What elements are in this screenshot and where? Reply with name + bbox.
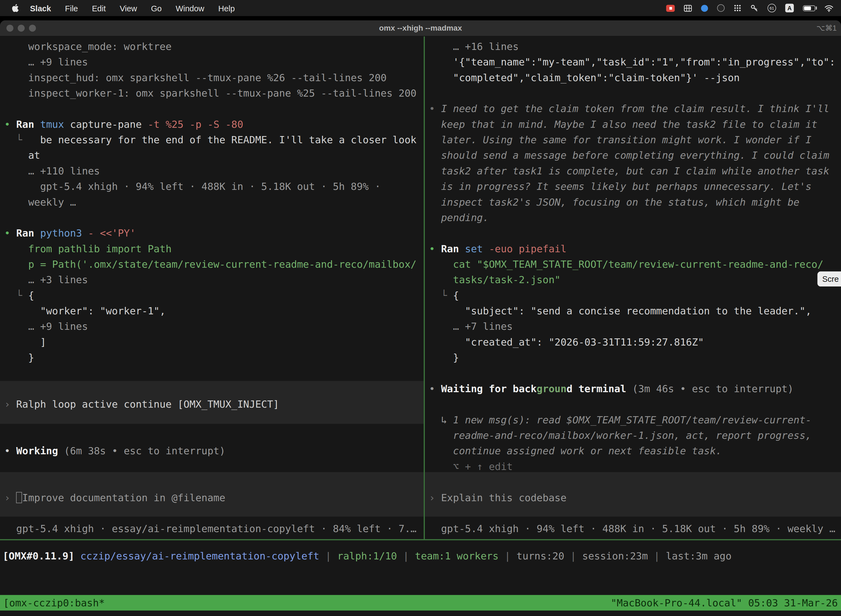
terminal-line: "subject": "send a concise recommendatio… <box>429 303 841 318</box>
terminal-line <box>429 85 841 101</box>
terminal-line: from pathlib import Path <box>4 241 424 257</box>
terminal-line: inspect_hud: omx sparkshell --tmux-pane … <box>4 70 424 85</box>
terminal-line: • Waiting for background terminal (3m 46… <box>429 381 841 396</box>
terminal-line: … +7 lines <box>429 319 841 334</box>
terminal-line <box>429 474 841 490</box>
dark-app-icon[interactable] <box>717 4 725 12</box>
terminal-line: workspace_mode: worktree <box>4 39 424 54</box>
terminal-line: [OMX#0.11.9] cczip/essay/ai-reimplementa… <box>3 549 841 564</box>
tmux-host-clock: "MacBook-Pro-44.local" 05:03 31-Mar-26 <box>611 595 838 610</box>
tmux-pane-left[interactable]: workspace_mode: worktree … +9 lines insp… <box>0 37 424 539</box>
terminal-line: inspect_worker-1: omx sparkshell --tmux-… <box>4 85 424 101</box>
menu-view[interactable]: View <box>113 4 144 13</box>
terminal-line: › Ralph loop active continue [OMX_TMUX_I… <box>4 397 424 412</box>
terminal-line: … +9 lines <box>4 319 424 334</box>
pane-left-lines: workspace_mode: worktree … +9 lines insp… <box>0 37 424 537</box>
menu-edit[interactable]: Edit <box>85 4 113 13</box>
terminal-line: '{"team_name":"my-team","task_id":"1","f… <box>429 54 841 70</box>
menu-window[interactable]: Window <box>168 4 211 13</box>
terminal-line: should send a message before completing … <box>429 148 841 163</box>
tmux-session-window: [omx-cczip0:bash* <box>3 595 105 610</box>
terminal-line: pending. <box>429 210 841 225</box>
terminal-line: └ be necessary for the end of the README… <box>4 132 424 147</box>
wifi-icon[interactable] <box>825 5 834 12</box>
terminal-line: ↳ 1 new msg(s): read $OMX_TEAM_STATE_ROO… <box>429 412 841 427</box>
menu-bar: Slack File Edit View Go Window Help 61 A <box>0 0 841 16</box>
terminal-line: later. Using the same for transition mig… <box>429 132 841 147</box>
key-icon[interactable] <box>750 4 759 12</box>
terminal-line <box>4 381 424 396</box>
terminal-line: "created_at": "2026-03-31T11:59:27.816Z" <box>429 334 841 350</box>
blue-app-icon[interactable] <box>701 5 708 12</box>
terminal-line: ⌥ + ↑ edit <box>429 459 841 474</box>
terminal-line <box>4 412 424 427</box>
tmux-status-bar: [omx-cczip0:bash* "MacBook-Pro-44.local"… <box>0 595 841 610</box>
terminal-line: ] <box>4 334 424 350</box>
terminal-line: • Working (6m 38s • esc to interrupt) <box>4 443 424 459</box>
menu-go[interactable]: Go <box>144 4 168 13</box>
terminal-line: weekly … <box>4 194 424 210</box>
terminal-line: inspect task2's JSON, focusing on the st… <box>429 194 841 210</box>
window-titlebar[interactable]: omx --xhigh --madmax ⌥⌘1 <box>0 21 841 37</box>
terminal-line: gpt-5.4 xhigh · 94% left · 488K in · 5.1… <box>429 521 841 537</box>
grid-icon[interactable] <box>684 5 692 12</box>
omx-hud-line: [OMX#0.11.9] cczip/essay/ai-reimplementa… <box>0 549 841 564</box>
menu-bar-left: Slack File Edit View Go Window Help <box>0 4 242 13</box>
terminal-line <box>429 397 841 412</box>
terminal-line: … +110 lines <box>4 163 424 179</box>
dots-grid-icon[interactable] <box>734 4 741 12</box>
terminal-line: p = Path('.omx/state/team/review-current… <box>4 257 424 272</box>
menu-file[interactable]: File <box>58 4 85 13</box>
terminal-line: readme-and-reco/mailbox/worker-1.json, a… <box>429 427 841 443</box>
battery-icon[interactable] <box>803 5 815 11</box>
terminal-line: cat "$OMX_TEAM_STATE_ROOT/team/review-cu… <box>429 257 841 272</box>
terminal-line: … +16 lines <box>429 39 841 54</box>
terminal-line: gpt-5.4 xhigh · 94% left · 488K in · 5.1… <box>4 179 424 194</box>
tmux-pane-right[interactable]: … +16 lines '{"team_name":"my-team","tas… <box>425 37 841 539</box>
terminal-line: task2 after task1 is complete, but can I… <box>429 163 841 179</box>
terminal-line <box>429 365 841 381</box>
terminal-line <box>4 365 424 381</box>
terminal-content: workspace_mode: worktree … +9 lines insp… <box>0 37 841 616</box>
terminal-line: └ { <box>429 287 841 303</box>
window-title: omx --xhigh --madmax <box>0 21 841 36</box>
pane-right-lines: … +16 lines '{"team_name":"my-team","tas… <box>425 37 841 537</box>
gauge-value: 61 <box>769 6 774 10</box>
terminal-line: … +9 lines <box>4 54 424 70</box>
terminal-line <box>4 505 424 521</box>
terminal-line <box>4 210 424 225</box>
terminal-line: "worker": "worker-1", <box>4 303 424 318</box>
pane-divider-horizontal[interactable] <box>0 539 841 540</box>
terminal-line <box>4 427 424 443</box>
screen-recording-icon[interactable] <box>666 5 675 12</box>
app-menu-slack[interactable]: Slack <box>23 4 58 13</box>
terminal-line <box>429 505 841 521</box>
terminal-line: • Ran tmux capture-pane -t %25 -p -S -80 <box>4 116 424 132</box>
window-title-shortcut: ⌥⌘1 <box>816 21 837 36</box>
terminal-line: • I need to get the claim token from the… <box>429 101 841 116</box>
input-source-icon[interactable]: A <box>785 4 794 12</box>
menu-bar-status-icons: 61 A <box>666 4 841 12</box>
terminal-line <box>4 459 424 474</box>
terminal-line: at <box>4 148 424 163</box>
terminal-line <box>4 474 424 490</box>
terminal-line: keep that in mind. Maybe I also need the… <box>429 116 841 132</box>
terminal-line: continue assigned work or next feasible … <box>429 443 841 459</box>
terminal-line: └ { <box>4 287 424 303</box>
terminal-line: "completed","claim_token":"claim-token"}… <box>429 70 841 85</box>
terminal-line: } <box>4 350 424 365</box>
terminal-line: • Ran python3 - <<'PY' <box>4 225 424 241</box>
apple-menu[interactable] <box>7 4 23 12</box>
terminal-line: } <box>429 350 841 365</box>
menu-help[interactable]: Help <box>211 4 242 13</box>
screen: Slack File Edit View Go Window Help 61 A <box>0 0 841 616</box>
terminal-line: • Ran set -euo pipefail <box>429 241 841 257</box>
omx-hud-statusline: [OMX#0.11.9] cczip/essay/ai-reimplementa… <box>0 549 841 564</box>
terminal-line <box>4 101 424 116</box>
terminal-line: › Explain this codebase <box>429 490 841 505</box>
terminal-line: gpt-5.4 xhigh · essay/ai-reimplementatio… <box>4 521 424 537</box>
gauge-icon[interactable]: 61 <box>768 4 776 12</box>
terminal-window: omx --xhigh --madmax ⌥⌘1 workspace_mode:… <box>0 21 841 616</box>
input-source-letter: A <box>787 5 792 11</box>
apple-icon <box>12 4 19 12</box>
